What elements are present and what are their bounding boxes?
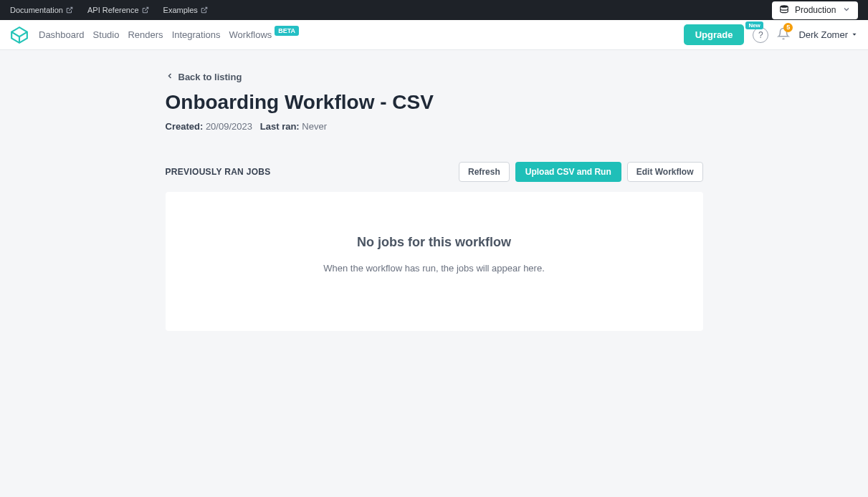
notifications-button[interactable]: 5 <box>777 27 790 43</box>
topbar-links: Documentation API Reference Examples <box>10 6 208 14</box>
external-link-icon <box>66 6 73 14</box>
last-ran-label: Last ran: <box>260 121 300 132</box>
nav-workflows[interactable]: Workflows BETA <box>229 29 300 40</box>
link-documentation[interactable]: Documentation <box>10 6 73 14</box>
top-bar: Documentation API Reference Examples Pro… <box>0 0 868 20</box>
back-to-listing-link[interactable]: Back to listing <box>166 72 703 82</box>
edit-workflow-button[interactable]: Edit Workflow <box>627 162 703 182</box>
created-label: Created: <box>166 121 204 132</box>
user-menu[interactable]: Derk Zomer <box>798 29 858 40</box>
upload-csv-run-button[interactable]: Upload CSV and Run <box>515 162 621 182</box>
user-name: Derk Zomer <box>798 29 848 40</box>
logo[interactable] <box>10 26 29 44</box>
link-label: Documentation <box>10 6 63 14</box>
chevron-left-icon <box>166 72 174 82</box>
upgrade-button[interactable]: Upgrade <box>684 24 745 45</box>
notification-count: 5 <box>783 23 793 32</box>
link-examples[interactable]: Examples <box>163 6 208 14</box>
chevron-down-icon <box>842 5 851 16</box>
empty-state-panel: No jobs for this workflow When the workf… <box>166 192 703 331</box>
help-button[interactable]: New ? <box>753 27 768 43</box>
nav-label: Workflows <box>229 29 272 40</box>
last-ran-value: Never <box>302 121 327 132</box>
created-value: 20/09/2023 <box>206 121 252 132</box>
nav-renders[interactable]: Renders <box>128 29 163 40</box>
help-icon: ? <box>753 27 768 43</box>
new-badge: New <box>745 21 763 29</box>
link-api-reference[interactable]: API Reference <box>87 6 149 14</box>
nav-studio[interactable]: Studio <box>93 29 120 40</box>
nav-bar: Dashboard Studio Renders Integrations Wo… <box>0 20 868 50</box>
external-link-icon <box>201 6 208 14</box>
refresh-button[interactable]: Refresh <box>459 162 510 182</box>
database-icon <box>779 4 789 16</box>
meta-line: Created: 20/09/2023 Last ran: Never <box>166 121 703 132</box>
environment-dropdown[interactable]: Production <box>772 1 858 19</box>
beta-badge: BETA <box>275 26 299 36</box>
jobs-header: PREVIOUSLY RAN JOBS Refresh Upload CSV a… <box>166 162 703 182</box>
main-content: Back to listing Onboarding Workflow - CS… <box>0 50 868 331</box>
empty-title: No jobs for this workflow <box>180 235 689 250</box>
back-label: Back to listing <box>178 72 242 82</box>
nav-integrations[interactable]: Integrations <box>172 29 221 40</box>
svg-marker-1 <box>853 34 857 36</box>
empty-description: When the workflow has run, the jobs will… <box>180 263 689 274</box>
jobs-heading: PREVIOUSLY RAN JOBS <box>166 167 271 177</box>
link-label: API Reference <box>87 6 139 14</box>
nav-label: Integrations <box>172 29 221 40</box>
link-label: Examples <box>163 6 198 14</box>
nav-label: Dashboard <box>39 29 85 40</box>
nav-label: Renders <box>128 29 163 40</box>
nav-dashboard[interactable]: Dashboard <box>39 29 85 40</box>
caret-down-icon <box>851 29 858 40</box>
environment-label: Production <box>795 5 836 15</box>
external-link-icon <box>142 6 149 14</box>
svg-point-0 <box>781 5 788 7</box>
page-title: Onboarding Workflow - CSV <box>166 91 703 114</box>
nav-label: Studio <box>93 29 120 40</box>
